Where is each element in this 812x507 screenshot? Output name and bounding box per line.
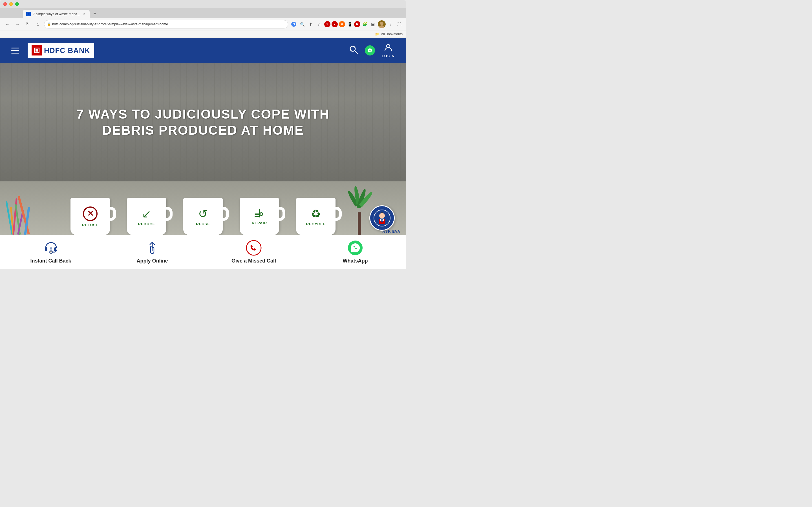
refuse-label: REFUSE: [82, 223, 99, 227]
repair-icon: [254, 209, 265, 219]
cta-missed-call-label: Give a Missed Call: [232, 258, 276, 264]
left-decoration: [0, 181, 56, 235]
missed-call-icon: [246, 240, 262, 256]
mug-refuse: ✕ REFUSE: [62, 187, 118, 235]
bookmarks-label[interactable]: All Bookmarks: [381, 32, 403, 36]
new-tab-button[interactable]: +: [91, 10, 99, 17]
header-left: HDFC BANK: [11, 43, 94, 58]
mug-body-recycle: ♻ RECYCLE: [296, 198, 336, 235]
header-whatsapp-button[interactable]: [365, 45, 375, 55]
minimize-button[interactable]: [9, 2, 13, 6]
forward-button[interactable]: →: [13, 20, 21, 28]
cta-apply-online[interactable]: Apply Online: [101, 240, 203, 264]
header-login-button[interactable]: LOGIN: [382, 43, 395, 58]
hamburger-menu[interactable]: [11, 48, 19, 54]
cta-missed-call[interactable]: Give a Missed Call: [203, 240, 305, 264]
login-label-text: LOGIN: [382, 54, 395, 58]
mugs-strip: ✕ REFUSE ↙ REDUCE ↺ REUSE: [0, 181, 406, 235]
repair-label: REPAIR: [252, 221, 267, 225]
svg-line-9: [355, 51, 357, 54]
profile-icon[interactable]: [378, 20, 386, 28]
address-bar: ← → ↻ ⌂ 🔒 hdfc.com/blog/sustainability-a…: [0, 18, 406, 31]
hero-title: 7 WAYS TO JUDICIOUSLY COPE WITH DEBRIS P…: [76, 106, 330, 138]
ext-tablet-icon[interactable]: 📱: [346, 21, 353, 27]
maximize-button[interactable]: [15, 2, 19, 6]
reuse-label: REUSE: [196, 222, 210, 226]
logo-icon-box: [32, 45, 42, 55]
tab-bar: H 7 simple ways of waste mana... × +: [0, 8, 406, 18]
hdfc-logo[interactable]: HDFC BANK: [28, 43, 94, 58]
recycle-label: RECYCLE: [306, 222, 325, 226]
tab-close-button[interactable]: ×: [82, 12, 86, 16]
lock-icon: 🔒: [47, 22, 51, 26]
site-content: HDFC BANK: [0, 38, 406, 269]
ext-red-icon[interactable]: R: [354, 21, 360, 27]
url-text: hdfc.com/blog/sustainability-at-hdfc/7-s…: [52, 22, 168, 26]
close-button[interactable]: [3, 2, 7, 6]
back-button[interactable]: ←: [3, 20, 11, 28]
cta-instant-call-back[interactable]: 💬 Instant Call Back: [0, 240, 101, 264]
address-input[interactable]: 🔒 hdfc.com/blog/sustainability-at-hdfc/7…: [44, 20, 288, 29]
browser-menu-button[interactable]: ⋮: [388, 21, 394, 27]
mug-repair: REPAIR: [231, 187, 288, 235]
hamburger-line-2: [11, 50, 19, 51]
reuse-icon: ↺: [198, 207, 208, 220]
mug-body-repair: REPAIR: [240, 198, 279, 235]
mug-body-reuse: ↺ REUSE: [183, 198, 223, 235]
ext-camera-icon[interactable]: ●: [332, 21, 338, 27]
header-right: LOGIN: [349, 43, 395, 58]
hamburger-line-1: [11, 48, 19, 48]
svg-rect-22: [45, 247, 47, 251]
home-button[interactable]: ⌂: [34, 20, 42, 28]
svg-point-6: [380, 22, 384, 25]
header-search-button[interactable]: [349, 45, 358, 56]
bookmark-icon[interactable]: ☆: [316, 21, 322, 27]
ext-sidebar-icon[interactable]: ▣: [369, 21, 376, 27]
ask-eva-button[interactable]: H: [369, 205, 395, 231]
svg-text:💬: 💬: [50, 251, 52, 254]
ext-a-icon[interactable]: A: [339, 21, 345, 27]
cta-whatsapp[interactable]: WhatsApp: [305, 240, 406, 264]
logo-brand-text: HDFC BANK: [44, 46, 90, 55]
logo-inner-dot: [36, 49, 38, 52]
bookmarks-folder-icon: 📁: [375, 32, 379, 36]
hero-content: 7 WAYS TO JUDICIOUSLY COPE WITH DEBRIS P…: [70, 106, 336, 138]
refresh-button[interactable]: ↻: [24, 20, 32, 28]
reduce-label: REDUCE: [138, 222, 155, 226]
ask-eva-container: H ASK EVA: [382, 228, 400, 233]
svg-point-26: [50, 247, 52, 249]
mug-body-reduce: ↙ REDUCE: [127, 198, 166, 235]
active-tab[interactable]: H 7 simple ways of waste mana... ×: [22, 10, 90, 18]
cta-apply-online-label: Apply Online: [137, 258, 168, 264]
share-icon[interactable]: ⬆: [307, 21, 314, 27]
hamburger-line-3: [11, 53, 19, 54]
svg-point-17: [379, 213, 385, 219]
bookmarks-bar: 📁 All Bookmarks: [0, 31, 406, 38]
cta-instant-call-back-label: Instant Call Back: [30, 258, 71, 264]
svg-text:H: H: [382, 220, 383, 221]
svg-point-15: [260, 213, 263, 216]
cta-strip: 💬 Instant Call Back Apply Online: [0, 235, 406, 269]
google-icon[interactable]: G: [290, 21, 297, 27]
plant-right: [347, 184, 372, 235]
svg-point-28: [246, 240, 261, 255]
hero-section: 7 WAYS TO JUDICIOUSLY COPE WITH DEBRIS P…: [0, 63, 406, 181]
window-chrome: [0, 0, 406, 8]
mug-body-refuse: ✕ REFUSE: [70, 198, 110, 235]
ext-puzzle-icon[interactable]: 🧩: [361, 21, 368, 27]
recycle-icon: ♻: [311, 207, 321, 220]
mug-reduce: ↙ REDUCE: [118, 187, 175, 235]
fullscreen-button[interactable]: ⛶: [396, 21, 403, 27]
login-person-icon: [384, 43, 393, 53]
svg-text:S: S: [326, 23, 328, 26]
logo-icon-inner: [34, 48, 40, 53]
whatsapp-icon: [347, 240, 363, 256]
svg-text:G: G: [293, 22, 295, 26]
cta-whatsapp-label: WhatsApp: [343, 258, 368, 264]
tab-title: 7 simple ways of waste mana...: [33, 12, 80, 16]
mug-recycle: ♻ RECYCLE: [288, 187, 344, 235]
mug-reuse: ↺ REUSE: [175, 187, 231, 235]
search-icon[interactable]: 🔍: [299, 21, 306, 27]
call-back-icon: 💬: [43, 240, 59, 256]
ext-shieldmac-icon[interactable]: S: [324, 21, 331, 27]
